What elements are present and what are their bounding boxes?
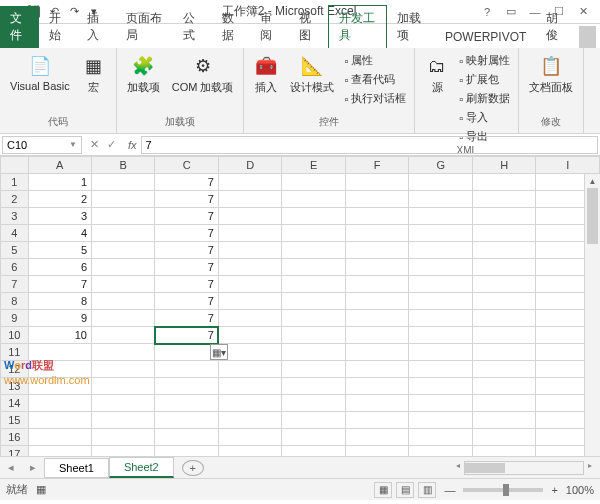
zoom-level[interactable]: 100%	[566, 484, 594, 496]
cell[interactable]	[92, 429, 155, 446]
col-header[interactable]: C	[155, 157, 218, 174]
cell[interactable]	[345, 310, 408, 327]
cell[interactable]: 7	[28, 276, 91, 293]
user-avatar[interactable]	[579, 26, 596, 48]
cell[interactable]	[472, 344, 535, 361]
ribbon-small-button[interactable]: ▫导入	[457, 109, 512, 126]
cell[interactable]	[472, 293, 535, 310]
cell[interactable]	[409, 395, 472, 412]
cell[interactable]	[28, 412, 91, 429]
name-box-dropdown-icon[interactable]: ▼	[69, 140, 77, 149]
scroll-up-icon[interactable]: ▲	[585, 174, 600, 188]
cell[interactable]	[155, 361, 218, 378]
cell[interactable]: 7	[155, 191, 218, 208]
cell[interactable]	[92, 446, 155, 457]
cell[interactable]	[155, 378, 218, 395]
cell[interactable]	[92, 225, 155, 242]
cell[interactable]	[282, 412, 345, 429]
cell[interactable]	[92, 293, 155, 310]
name-box[interactable]: C10 ▼	[2, 136, 82, 154]
ribbon-button[interactable]: 🗂源	[421, 52, 453, 97]
cell[interactable]	[472, 191, 535, 208]
cell[interactable]	[409, 225, 472, 242]
cell[interactable]	[218, 361, 281, 378]
close-icon[interactable]: ✕	[576, 5, 590, 19]
cell[interactable]	[218, 429, 281, 446]
cell[interactable]	[409, 429, 472, 446]
cell[interactable]	[409, 412, 472, 429]
cell[interactable]	[345, 242, 408, 259]
macro-record-icon[interactable]: ▦	[36, 483, 46, 496]
tab-user[interactable]: 胡俊	[536, 6, 575, 48]
cell[interactable]	[92, 378, 155, 395]
row-header[interactable]: 2	[1, 191, 29, 208]
tab-powerpivot[interactable]: POWERPIVOT	[435, 26, 536, 48]
cell[interactable]	[218, 378, 281, 395]
cell[interactable]	[218, 446, 281, 457]
cell[interactable]: 2	[28, 191, 91, 208]
cell[interactable]	[345, 276, 408, 293]
sheet-nav-next-icon[interactable]: ▸	[22, 461, 44, 474]
cell[interactable]	[409, 242, 472, 259]
cell[interactable]	[282, 310, 345, 327]
cell[interactable]	[218, 242, 281, 259]
cell[interactable]	[28, 344, 91, 361]
cell[interactable]	[282, 395, 345, 412]
cell[interactable]: 9	[28, 310, 91, 327]
cell[interactable]	[92, 361, 155, 378]
cell[interactable]	[155, 395, 218, 412]
cell[interactable]	[92, 174, 155, 191]
cell[interactable]: 7	[155, 293, 218, 310]
cell[interactable]	[92, 276, 155, 293]
horizontal-scrollbar[interactable]: ◂ ▸	[204, 461, 600, 475]
ribbon-button[interactable]: 📋文档面板	[525, 52, 577, 97]
cell[interactable]	[282, 208, 345, 225]
cell[interactable]	[409, 208, 472, 225]
ribbon-small-button[interactable]: ▫刷新数据	[457, 90, 512, 107]
cell[interactable]	[409, 191, 472, 208]
cell[interactable]	[472, 174, 535, 191]
ribbon-small-button[interactable]: ▫扩展包	[457, 71, 512, 88]
cell[interactable]	[472, 242, 535, 259]
row-header[interactable]: 4	[1, 225, 29, 242]
cell[interactable]	[282, 259, 345, 276]
row-header[interactable]: 7	[1, 276, 29, 293]
cell[interactable]	[472, 378, 535, 395]
cell[interactable]	[218, 191, 281, 208]
cell[interactable]	[345, 174, 408, 191]
ribbon-button[interactable]: ⚙COM 加载项	[168, 52, 238, 97]
cell[interactable]	[218, 310, 281, 327]
cell[interactable]	[28, 429, 91, 446]
cell[interactable]	[218, 259, 281, 276]
cell[interactable]	[345, 208, 408, 225]
autofill-options-icon[interactable]: ▦▾	[210, 344, 228, 360]
col-header[interactable]: G	[409, 157, 472, 174]
cell[interactable]: 7	[155, 174, 218, 191]
tab-developer[interactable]: 开发工具	[328, 5, 387, 48]
cell[interactable]	[409, 446, 472, 457]
cell[interactable]	[345, 429, 408, 446]
cell[interactable]	[92, 327, 155, 344]
col-header[interactable]: A	[28, 157, 91, 174]
cell[interactable]	[345, 361, 408, 378]
cell[interactable]	[155, 446, 218, 457]
cell[interactable]: 4	[28, 225, 91, 242]
tab-data[interactable]: 数据	[212, 6, 251, 48]
cell[interactable]	[282, 242, 345, 259]
scroll-thumb[interactable]	[587, 188, 598, 244]
cell[interactable]	[282, 276, 345, 293]
cell[interactable]	[345, 395, 408, 412]
page-layout-view-icon[interactable]: ▤	[396, 482, 414, 498]
cell[interactable]	[472, 429, 535, 446]
row-header[interactable]: 15	[1, 412, 29, 429]
ribbon-small-button[interactable]: ▫属性	[342, 52, 408, 69]
ribbon-button[interactable]: 🧰插入	[250, 52, 282, 97]
cell[interactable]	[218, 412, 281, 429]
cell[interactable]: 7	[155, 276, 218, 293]
cell[interactable]	[409, 327, 472, 344]
cell[interactable]	[282, 174, 345, 191]
zoom-out-icon[interactable]: —	[444, 484, 455, 496]
sheet-tab-2[interactable]: Sheet2	[109, 457, 174, 478]
tab-view[interactable]: 视图	[289, 6, 328, 48]
ribbon-button[interactable]: 🧩加载项	[123, 52, 164, 97]
